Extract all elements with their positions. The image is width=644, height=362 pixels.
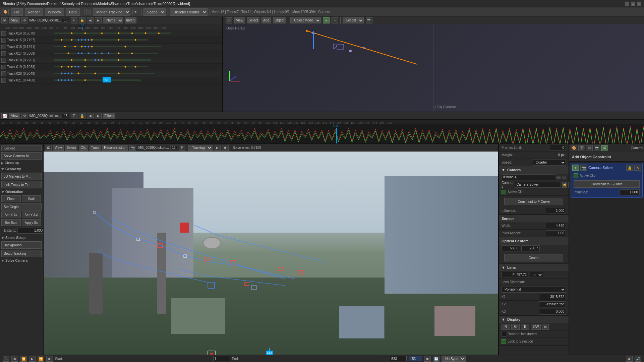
bt-keyframe-icon[interactable]: ◆ bbox=[626, 356, 633, 362]
set-x-axis-btn[interactable]: Set X Ax bbox=[1, 212, 21, 218]
engine-dropdown[interactable]: Blender Render bbox=[170, 8, 208, 16]
focal-length-input[interactable] bbox=[502, 272, 528, 278]
active-clip-checkbox[interactable] bbox=[502, 190, 506, 194]
frames-limit-input[interactable] bbox=[549, 145, 566, 151]
te-lock-icon[interactable]: 🔒 bbox=[79, 17, 85, 23]
te-name-dropdown[interactable]: Name bbox=[103, 17, 123, 23]
track-row-017[interactable]: Track.017 (0.5389) bbox=[0, 50, 222, 57]
k2-input[interactable] bbox=[539, 301, 566, 307]
clip-select-btn[interactable]: Select bbox=[65, 145, 78, 151]
camera-section-header[interactable]: ▼ Camera bbox=[499, 166, 569, 174]
bt-rec[interactable]: ⏺ bbox=[424, 356, 431, 362]
lens-section-header[interactable]: ▼ Lens bbox=[499, 264, 569, 271]
clip-canvas[interactable]: Track 004: tracked Average error: 0.870 … bbox=[44, 152, 498, 355]
te-settings-icon[interactable]: ⚙ bbox=[21, 17, 28, 23]
lock-selection-checkbox[interactable] bbox=[502, 339, 506, 344]
te-play-icon[interactable]: ▶ bbox=[95, 17, 102, 23]
clip-reconstruction-btn[interactable]: Reconstruction bbox=[102, 145, 128, 151]
window-menu[interactable]: Window bbox=[45, 8, 64, 16]
ge-prev-icon[interactable]: ◀ bbox=[87, 113, 94, 119]
vp-mode-dropdown[interactable]: Object Mode bbox=[290, 17, 321, 23]
orientation-section[interactable]: Orientation bbox=[1, 189, 42, 194]
ge-icon[interactable]: 📈 bbox=[1, 113, 8, 119]
vp-camera-icon[interactable]: 📷 bbox=[366, 17, 372, 23]
constraint-delete-btn[interactable]: ✕ bbox=[634, 165, 641, 171]
help-menu[interactable]: Help bbox=[66, 8, 80, 16]
wall-btn[interactable]: Wall bbox=[22, 195, 41, 202]
close-button[interactable]: ✕ bbox=[637, 1, 641, 6]
camera-num-down[interactable]: - bbox=[562, 176, 566, 179]
k1-input[interactable] bbox=[539, 294, 566, 300]
display-icon[interactable]: ◐ bbox=[542, 324, 549, 330]
set-scale-btn[interactable]: Set Scal bbox=[1, 219, 21, 226]
sensor-section-header[interactable]: Sensor bbox=[499, 215, 569, 222]
camera-num-up[interactable]: + bbox=[557, 176, 561, 179]
clip-play-icon[interactable]: ▶ bbox=[214, 145, 221, 151]
file-menu[interactable]: File bbox=[11, 8, 23, 16]
vp-icon[interactable]: 🎥 bbox=[226, 17, 232, 23]
display-section-header[interactable]: ▼ Display bbox=[499, 316, 569, 323]
ge-view-btn[interactable]: View bbox=[9, 113, 20, 119]
te-icon[interactable]: 📽 bbox=[1, 17, 8, 23]
vp-shading-wire[interactable]: ○ bbox=[332, 17, 338, 23]
apply-scale-btn[interactable]: Apply Sc bbox=[22, 219, 41, 226]
vp-add-btn[interactable]: Add bbox=[261, 17, 271, 23]
sync-dropdown[interactable]: No Sync bbox=[442, 356, 466, 362]
track-row-018[interactable]: Track.018 (0.2201) bbox=[0, 57, 222, 64]
scene-dropdown[interactable]: Scene bbox=[143, 8, 166, 16]
ge-settings-icon[interactable]: ⚙ bbox=[21, 113, 28, 119]
pixel-aspect-input[interactable] bbox=[546, 230, 566, 236]
track-row-016[interactable]: Track.016 (0.1291) bbox=[0, 44, 222, 50]
ge-play-icon[interactable]: ▶ bbox=[95, 113, 102, 119]
optical-y-input[interactable] bbox=[521, 245, 540, 251]
vp-select-btn[interactable]: Select bbox=[247, 17, 260, 23]
vp-shading-solid[interactable]: ● bbox=[323, 17, 330, 23]
bt-audio-icon[interactable]: 🔊 bbox=[635, 356, 641, 362]
focal-unit-dropdown[interactable]: mm bbox=[530, 272, 543, 278]
te-filter-icon[interactable]: F bbox=[71, 17, 77, 23]
current-frame-input[interactable]: 153 bbox=[409, 356, 422, 361]
track-row-020[interactable]: Track.020 (0.5049) bbox=[0, 70, 222, 77]
link-empty-btn[interactable]: Link Empty to Tr... bbox=[1, 181, 42, 188]
vp-view-btn[interactable]: View bbox=[234, 17, 245, 23]
camera-solver-input[interactable] bbox=[515, 182, 561, 188]
start-input[interactable]: 1 bbox=[213, 356, 230, 361]
render-menu[interactable]: Render bbox=[25, 8, 43, 16]
viewport-canvas[interactable]: User Persp (153) Camera bbox=[223, 24, 644, 112]
view-icon[interactable]: 👁 bbox=[132, 9, 139, 15]
optical-x-input[interactable] bbox=[502, 245, 520, 251]
props-icon-4[interactable]: 📷 bbox=[594, 145, 600, 151]
influence-input[interactable] bbox=[546, 208, 566, 214]
te-prev-icon[interactable]: ◀ bbox=[87, 17, 94, 23]
floor-btn[interactable]: Floor bbox=[1, 195, 21, 202]
setup-tracking-btn[interactable]: Setup Tracking bbox=[1, 250, 42, 257]
bt-next[interactable]: ⏩ bbox=[38, 356, 44, 362]
k3-input[interactable] bbox=[539, 309, 566, 315]
constraint-to-fcurve-btn[interactable]: Constraint to F-Curve bbox=[504, 198, 563, 205]
bt-prev[interactable]: ⏪ bbox=[20, 356, 27, 362]
tracking-dropdown[interactable]: Tracking bbox=[188, 145, 213, 151]
constraint-influence-input[interactable] bbox=[620, 189, 640, 195]
clip-rec-icon[interactable]: ⏺ bbox=[222, 145, 229, 151]
track-row-021[interactable]: Track.021 (0.4460) 153 bbox=[0, 77, 222, 84]
props-icon-camera[interactable]: 📽 bbox=[601, 145, 608, 151]
markers-to-mesh-btn[interactable]: 3D Markers to M... bbox=[1, 173, 42, 180]
props-icon-2[interactable]: 🎬 bbox=[578, 145, 585, 151]
props-icon-3[interactable]: ⚙ bbox=[586, 145, 593, 151]
bt-skip-end[interactable]: ⏭ bbox=[46, 356, 53, 362]
set-as-background-btn[interactable]: Background bbox=[1, 241, 42, 249]
bt-icon[interactable]: ⏱ bbox=[3, 356, 9, 362]
constraint-fcurve-btn[interactable]: Constraint to F-Curve bbox=[574, 180, 640, 188]
bw-channel-btn[interactable]: B/W bbox=[531, 324, 541, 330]
end-input[interactable] bbox=[390, 356, 407, 361]
g-channel-btn[interactable]: G bbox=[511, 324, 520, 330]
set-origin-btn[interactable]: Set Origin bbox=[1, 203, 42, 210]
vp-object-btn[interactable]: Object bbox=[273, 17, 286, 23]
te-invert-btn[interactable]: Invert bbox=[125, 17, 136, 23]
b-channel-btn[interactable]: B bbox=[521, 324, 529, 330]
track-row-015[interactable]: Track.015 (0.7197) bbox=[0, 37, 222, 44]
solve-camera-section[interactable]: Solve Camera bbox=[1, 258, 42, 263]
camera-solver-lock[interactable]: 🔒 bbox=[562, 182, 567, 188]
distortion-type-dropdown[interactable]: Polynomial bbox=[502, 287, 566, 293]
bt-play[interactable]: ▶ bbox=[29, 356, 36, 362]
